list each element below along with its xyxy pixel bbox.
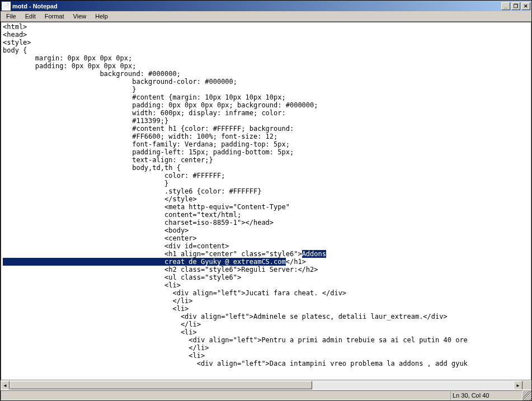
code-line[interactable]: <ul class="style6"> <box>3 273 529 281</box>
code-line[interactable]: <h1 align="center" class="style6">Addons <box>3 250 529 258</box>
scroll-right-button[interactable]: ► <box>514 381 522 390</box>
code-line[interactable]: margin: 0px 0px 0px 0px; <box>3 54 529 62</box>
code-line[interactable]: text-align: center;} <box>3 156 529 164</box>
menu-view[interactable]: View <box>69 12 91 21</box>
statusbar: Ln 30, Col 40 <box>1 389 531 400</box>
status-panel-left <box>1 390 450 400</box>
titlebar[interactable]: 📄 motd - Notepad _ ❐ ✕ <box>1 1 531 11</box>
code-line[interactable]: <head> <box>3 31 529 39</box>
close-button[interactable]: ✕ <box>521 2 530 10</box>
code-line[interactable]: <body> <box>3 227 529 234</box>
code-line[interactable]: </li> <box>3 344 529 352</box>
menu-edit[interactable]: Edit <box>21 12 40 21</box>
menu-format[interactable]: Format <box>40 12 69 21</box>
code-line[interactable]: background: #000000; <box>3 70 529 78</box>
code-line[interactable]: body { <box>3 46 529 54</box>
code-line[interactable]: } <box>3 86 529 93</box>
menu-file[interactable]: File <box>2 12 21 21</box>
resize-grip[interactable] <box>522 390 531 400</box>
code-line[interactable]: creat de Gyuky @ extreamCS.com</h1> <box>3 258 529 266</box>
app-icon: 📄 <box>2 2 11 11</box>
code-line[interactable]: <li> <box>3 281 529 289</box>
scroll-thumb[interactable] <box>10 381 312 389</box>
window-title: motd - Notepad <box>12 3 501 10</box>
notepad-window: 📄 motd - Notepad _ ❐ ✕ File Edit Format … <box>0 0 532 401</box>
code-line[interactable]: <meta http-equiv="Content-Type" <box>3 203 529 211</box>
menubar: File Edit Format View Help <box>1 11 531 22</box>
text-selection[interactable]: Addons <box>302 250 326 258</box>
code-line[interactable]: width: 600px; display: inframe; color: <box>3 109 529 117</box>
code-line[interactable]: <center> <box>3 234 529 242</box>
code-line[interactable]: .style6 {color: #FFFFFF} <box>3 187 529 195</box>
code-line[interactable]: charset=iso-8859-1"></head> <box>3 219 529 227</box>
code-line[interactable]: </li> <box>3 320 529 328</box>
code-line[interactable]: #content h1 {color: #FFFFFF; background: <box>3 125 529 133</box>
code-line[interactable]: font-family: Verdana; padding-top: 5px; <box>3 140 529 148</box>
code-line[interactable]: padding: 0px 0px 0px 0px; <box>3 62 529 70</box>
code-line[interactable]: <h2 class="style6">Reguli Server:</h2> <box>3 266 529 273</box>
code-line[interactable]: <html> <box>3 23 529 31</box>
code-line[interactable]: </style> <box>3 195 529 203</box>
code-line[interactable]: </li> <box>3 297 529 305</box>
editor-content[interactable]: <html><head><style>body { margin: 0px 0p… <box>1 22 531 380</box>
scroll-corner <box>522 381 531 390</box>
code-line[interactable]: #content {margin: 10px 10px 10px 10px; <box>3 93 529 101</box>
code-line[interactable]: body,td,th { <box>3 164 529 172</box>
code-line[interactable]: <div align="left">Daca intampini vreo pr… <box>3 360 529 367</box>
minimize-button[interactable]: _ <box>501 2 510 10</box>
code-line[interactable]: #113399;} <box>3 117 529 125</box>
code-line[interactable]: <style> <box>3 39 529 46</box>
menu-help[interactable]: Help <box>91 12 112 21</box>
maximize-button[interactable]: ❐ <box>511 2 520 10</box>
status-cursor-position: Ln 30, Col 40 <box>450 390 522 400</box>
code-line[interactable]: background-color: #000000; <box>3 78 529 86</box>
scroll-left-button[interactable]: ◄ <box>1 381 10 390</box>
window-controls: _ ❐ ✕ <box>501 2 530 10</box>
code-line[interactable]: color: #FFFFFF; <box>3 172 529 180</box>
scroll-track[interactable] <box>10 381 514 389</box>
code-line[interactable]: <div align="left">Adminele se platesc, d… <box>3 313 529 320</box>
code-line[interactable]: <li> <box>3 305 529 313</box>
text-selection[interactable]: creat de Gyuky @ extreamCS.com <box>3 258 286 266</box>
code-line[interactable]: <div align="left">Jucati fara cheat. </d… <box>3 289 529 297</box>
text-editor[interactable]: <html><head><style>body { margin: 0px 0p… <box>1 22 531 380</box>
code-line[interactable]: <div align="left">Pentru a primi admin t… <box>3 336 529 344</box>
code-line[interactable]: padding-left: 15px; padding-bottom: 5px; <box>3 148 529 156</box>
code-line[interactable]: <li> <box>3 352 529 360</box>
code-line[interactable]: content="text/html; <box>3 211 529 219</box>
code-line[interactable]: #FF6600; width: 100%; font-size: 12; <box>3 133 529 140</box>
horizontal-scrollbar: ◄ ► <box>1 380 531 389</box>
code-line[interactable]: } <box>3 180 529 187</box>
code-line[interactable]: <li> <box>3 328 529 336</box>
code-line[interactable]: <div id=content> <box>3 242 529 250</box>
code-line[interactable]: padding: 0px 0px 0px 0px; background: #0… <box>3 101 529 109</box>
